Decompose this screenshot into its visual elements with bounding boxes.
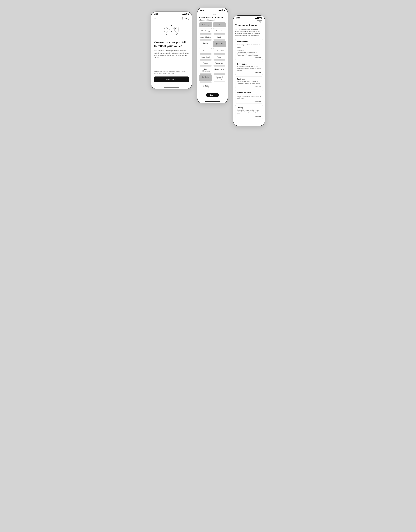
back-button-3[interactable]: ← xyxy=(235,20,238,23)
phone3-content: Your impact areas We'll ask you a series… xyxy=(233,24,265,122)
impact-card-0: EnvironmentLacus ornare congue amet vulp… xyxy=(235,39,263,60)
home-indicator-1 xyxy=(164,87,179,87)
impact-desc-4: Tristique felis tristique faucibus cursu… xyxy=(237,109,261,115)
learn-more-link[interactable]: Learn more. xyxy=(167,73,174,74)
interests-grid: TechnologyHealthcareClean EnergyOil and … xyxy=(199,22,226,89)
interest-item-4[interactable]: Arts and Culture xyxy=(199,34,212,40)
tag-0-0[interactable]: Animal welfare xyxy=(237,52,247,54)
interest-item-2[interactable]: Clean Energy xyxy=(199,28,212,33)
tag-0-4[interactable]: Climate xyxy=(253,54,259,56)
phone1-description: We'll ask you a series of questions to r… xyxy=(154,50,189,59)
impact-title-1: Governance xyxy=(237,63,261,65)
svg-point-6 xyxy=(176,33,177,34)
svg-point-3 xyxy=(165,33,168,34)
wifi-icon-3: ⦿ xyxy=(259,17,261,19)
tag-0-1[interactable]: Deforestation xyxy=(247,52,257,54)
tag-0-3[interactable]: Pollution xyxy=(246,54,253,56)
svg-rect-2 xyxy=(170,32,173,33)
wifi-icon: ⦿ xyxy=(186,13,188,15)
time-2: 14:18 xyxy=(200,9,204,11)
battery-icon-3: ▮ xyxy=(261,17,262,19)
interest-item-12[interactable]: Finance xyxy=(199,60,212,66)
phone3-title: Your impact areas xyxy=(235,24,263,27)
status-icons-3: ▂▄▆ ⦿ ▮ xyxy=(255,17,262,19)
interest-item-14[interactable]: Law Enforcement xyxy=(199,66,212,74)
progress-label: 1 of 30 xyxy=(211,13,216,15)
interest-item-11[interactable]: Travel xyxy=(213,55,226,60)
interest-item-5[interactable]: Sports xyxy=(213,34,226,40)
interest-item-0[interactable]: Technology xyxy=(199,22,212,28)
interest-item-15[interactable]: Climate Change xyxy=(213,66,226,74)
interest-item-7[interactable]: Women-Led Companies xyxy=(213,40,226,48)
interest-item-6[interactable]: Gaming xyxy=(199,40,212,48)
phone-2-frame: 14:18 ▂▄▆ ⦿ ▮ ← 1 of 30 Please select yo… xyxy=(197,8,228,103)
see-more-4[interactable]: SEE MORE xyxy=(237,116,261,117)
signal-icon-2: ▂▄▆ xyxy=(218,9,221,11)
impact-title-3: Women's Rights xyxy=(237,91,261,93)
status-icons-1: ▂▄▆ ⦿ ▮ xyxy=(182,13,189,15)
impact-card-1: GovernanceAc etiam eget vulputate vitae … xyxy=(235,61,263,75)
signal-icon: ▂▄▆ xyxy=(182,13,185,15)
interest-item-1[interactable]: Healthcare xyxy=(213,22,226,28)
phone2-heading: Please select your interests. xyxy=(199,16,226,18)
phone1-content: Customize your portfolio to reflect your… xyxy=(151,41,192,85)
impact-card-2: BusinessMauris quis nibh blandit in port… xyxy=(235,76,263,88)
battery-icon-2: ▮ xyxy=(224,9,225,11)
svg-text:✦: ✦ xyxy=(178,26,179,28)
why-link[interactable]: Why we need this information xyxy=(199,19,216,21)
next-button[interactable]: Next → xyxy=(206,93,219,97)
nav-bar-2: ← 1 of 30 xyxy=(197,12,228,16)
see-more-3[interactable]: SEE MORE xyxy=(237,101,261,102)
interest-item-17[interactable]: Homeland Security xyxy=(213,75,226,82)
portfolio-illustration: ✦ ✦ ◆ xyxy=(161,23,182,37)
signal-icon-3: ▂▄▆ xyxy=(255,17,258,19)
svg-text:✦: ✦ xyxy=(164,26,165,28)
impact-desc-3: Suspendisse nam varius commodo semper. C… xyxy=(237,94,261,100)
see-more-1[interactable]: SEE MORE xyxy=(237,72,261,73)
phone3-description: We'll ask you a series of questions to r… xyxy=(235,28,263,37)
back-button-1[interactable]: ← xyxy=(154,17,157,20)
impact-desc-2: Mauris quis nibh blandit in porttitor ut… xyxy=(237,81,261,85)
status-bar-1: 14:18 ▂▄▆ ⦿ ▮ xyxy=(151,12,192,16)
interest-item-10[interactable]: Gender Equality xyxy=(199,55,212,60)
tag-0-2[interactable]: Clean water xyxy=(237,54,246,56)
impact-card-3: Women's RightsSuspendisse nam varius com… xyxy=(235,90,263,104)
back-button-2[interactable]: ← xyxy=(199,13,202,16)
interest-item-13[interactable]: Transportation xyxy=(213,60,226,66)
status-icons-2: ▂▄▆ ⦿ ▮ xyxy=(218,9,225,11)
phone-1-frame: 14:18 ▂▄▆ ⦿ ▮ ← Help ✦ xyxy=(151,11,192,89)
footer-note: Portfolio customization is operated by V… xyxy=(154,71,189,75)
interest-item-8[interactable]: Cannabis xyxy=(199,48,212,53)
status-bar-2: 14:18 ▂▄▆ ⦿ ▮ xyxy=(197,8,228,12)
help-button-3[interactable]: Help xyxy=(256,20,263,23)
impact-desc-1: Ac etiam eget vulputate vitae at. Cum nu… xyxy=(237,66,261,71)
nav-bar-1: ← Help xyxy=(151,16,192,20)
interest-item-18[interactable]: Campaign Financing xyxy=(199,82,212,89)
interest-item-16[interactable]: Gun Control xyxy=(199,75,212,82)
battery-icon: ▮ xyxy=(188,13,189,15)
home-indicator-2 xyxy=(205,101,220,102)
see-more-0[interactable]: SEE MORE xyxy=(237,57,261,58)
impact-card-4: PrivacyTristique felis tristique faucibu… xyxy=(235,105,263,119)
svg-point-4 xyxy=(166,33,167,34)
phone-3-frame: 14:18 ▂▄▆ ⦿ ▮ ← Help Your impact areas W… xyxy=(233,15,265,126)
illustration: ✦ ✦ ◆ xyxy=(151,22,192,38)
wifi-icon-2: ⦿ xyxy=(222,9,224,11)
impact-areas-list: EnvironmentLacus ornare congue amet vulp… xyxy=(235,39,263,119)
home-indicator-3 xyxy=(241,124,257,124)
continue-button[interactable]: Continue → xyxy=(154,76,189,82)
interest-item-3[interactable]: Oil and Gas xyxy=(213,28,226,33)
see-more-2[interactable]: SEE MORE xyxy=(237,86,261,87)
phone2-content: Please select your interests. Why we nee… xyxy=(197,16,228,99)
time-3: 14:18 xyxy=(236,17,240,19)
svg-point-5 xyxy=(175,33,178,34)
help-button-1[interactable]: Help xyxy=(182,17,189,20)
interest-item-9[interactable]: Food and Drink xyxy=(213,48,226,53)
impact-title-0: Environment xyxy=(237,40,261,43)
status-bar-3: 14:18 ▂▄▆ ⦿ ▮ xyxy=(233,16,265,19)
tags-0: Animal welfareDeforestationClean waterPo… xyxy=(237,52,261,56)
time-1: 14:18 xyxy=(154,13,158,15)
phone1-title: Customize your portfolio to reflect your… xyxy=(154,41,189,48)
nav-bar-3: ← Help xyxy=(233,19,265,24)
impact-title-4: Privacy xyxy=(237,107,261,109)
